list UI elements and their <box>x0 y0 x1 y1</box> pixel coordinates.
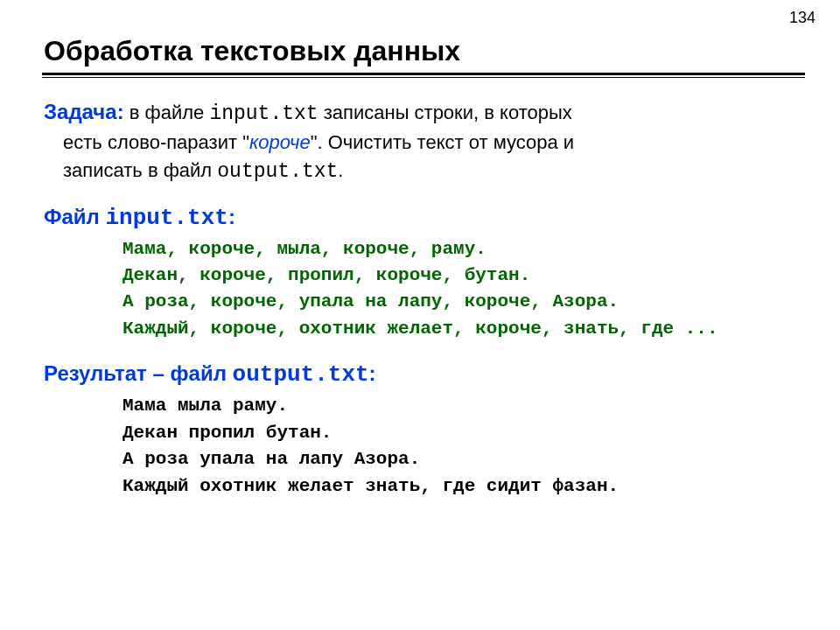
input-section-label: Файл input.txt: <box>42 205 805 231</box>
task-file-in: input.txt <box>209 102 318 125</box>
title-rule-top <box>42 73 805 75</box>
task-text-5: записать в файл <box>63 159 217 181</box>
input-filename: input.txt <box>106 205 228 231</box>
input-label-post: : <box>228 205 235 228</box>
output-label-pre: Результат – файл <box>44 361 233 385</box>
output-line-3: А роза упала на лапу Азора. <box>122 449 420 469</box>
output-line-1: Мама мыла раму. <box>122 396 288 416</box>
input-line-4: Каждый, короче, охотник желает, короче, … <box>122 318 718 339</box>
output-code-block: Мама мыла раму. Декан пропил бутан. А ро… <box>42 393 805 500</box>
input-line-3: А роза, короче, упала на лапу, короче, А… <box>122 291 619 312</box>
input-code-block: Мама, короче, мыла, короче, раму. Декан,… <box>42 236 805 343</box>
input-label-pre: Файл <box>44 205 106 228</box>
task-parasite-word: короче <box>249 131 311 153</box>
task-text-6: . <box>338 159 343 181</box>
page-number: 134 <box>789 9 816 27</box>
task-label: Задача: <box>44 100 124 123</box>
task-text-4: ". Очистить текст от мусора и <box>311 131 574 153</box>
output-line-2: Декан пропил бутан. <box>122 423 332 443</box>
task-file-out: output.txt <box>217 160 338 183</box>
input-line-2: Декан, короче, пропил, короче, бутан. <box>122 265 530 285</box>
title-rule-bottom <box>42 77 805 78</box>
task-text-1: в файле <box>124 102 210 123</box>
output-filename: output.txt <box>233 361 369 388</box>
task-text-3: есть слово-паразит " <box>63 131 249 153</box>
task-paragraph: Задача: в файле input.txt записаны строк… <box>42 97 805 187</box>
output-line-4: Каждый охотник желает знать, где сидит ф… <box>122 476 619 496</box>
output-section-label: Результат – файл output.txt: <box>42 361 805 388</box>
task-text-2: записаны строки, в которых <box>318 102 572 123</box>
input-line-1: Мама, короче, мыла, короче, раму. <box>122 239 486 259</box>
output-label-post: : <box>369 361 376 385</box>
page-title: Обработка текстовых данных <box>42 35 805 67</box>
